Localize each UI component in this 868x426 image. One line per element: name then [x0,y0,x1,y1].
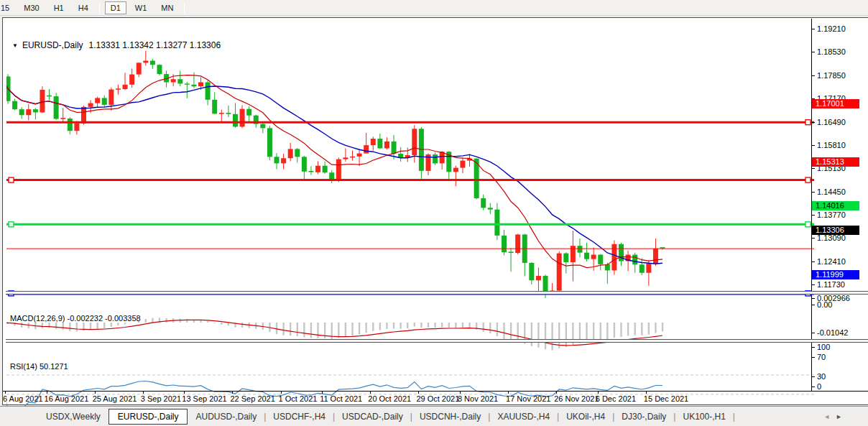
candle [198,83,203,87]
candle [54,96,59,119]
tab-eurusd-daily[interactable]: EURUSD-,Daily [108,409,188,425]
tab-usdx-weekly[interactable]: USDX,Weekly [40,409,107,424]
timeframe-button-w1[interactable]: W1 [129,1,153,14]
timeframe-button-d1[interactable]: D1 [105,1,126,14]
rsi-axis-tick: 0 [817,382,821,391]
rsi-axis-tickmark [811,386,815,387]
timeframe-button-mn[interactable]: MN [155,1,179,14]
price-axis-tickmark [811,261,815,262]
candle [143,61,148,63]
price-line-label-1.14016[interactable]: 1.14016 [812,201,859,210]
price-axis-tick: 1.13090 [817,233,846,242]
candle [246,109,251,116]
date-axis-label: 6 Dec 2021 [596,394,636,403]
date-axis-tickmark [508,392,509,394]
toolbar-separator [99,2,100,14]
price-axis-tickmark [811,168,815,169]
date-axis-label: 16 Aug 2021 [45,394,89,403]
macd-axis-tickmark [811,305,815,305]
pane-separator[interactable] [6,291,868,295]
pane-separator[interactable] [6,339,868,343]
date-axis-tickmark [370,392,371,394]
price-axis-tick: 1.13770 [817,210,846,219]
price-line-label-1.17001[interactable]: 1.17001 [812,99,859,108]
chart-title: ▼EURUSD-,Daily1.13331 1.13342 1.13277 1.… [12,40,221,50]
tab-usdcad-daily[interactable]: USDCAD-,Daily [336,409,410,424]
price-axis-tickmark [811,75,815,76]
candle [274,157,280,163]
timeframe-button-h1[interactable]: H1 [48,1,70,14]
candle [577,246,582,253]
candle [453,168,458,172]
candle [494,210,499,236]
tab-usdcnh-daily[interactable]: USDCNH-,Daily [413,409,487,424]
candle [233,114,238,127]
price-line-label-1.11999[interactable]: 1.11999 [812,270,859,279]
candle [19,109,24,115]
candle [364,145,369,153]
candle [12,101,17,109]
date-axis-tickmark [95,392,96,394]
date-axis-label: 3 Sep 2021 [141,394,181,403]
candle [611,244,617,271]
date-axis-tickmark [5,392,6,394]
tab-scroll-right-icon[interactable]: ► [836,413,848,420]
date-axis-label: 17 Nov 2021 [506,394,550,403]
date-axis-tickmark [143,392,144,394]
candle [563,254,568,262]
date-axis-tickmark [47,392,47,394]
candle [433,154,438,163]
candle [68,119,73,131]
timeframe-toolbar: 15M30H1H4D1W1MN [0,0,868,16]
timeframe-button-h4[interactable]: H4 [73,1,94,14]
tab-separator: | [732,412,736,422]
price-line-label-1.15313[interactable]: 1.15313 [812,157,859,167]
candle [74,124,79,131]
date-axis-label: 8 Nov 2021 [458,394,498,403]
tab-xauusd-h4[interactable]: XAUUSD-,H4 [491,409,556,424]
tab-dj30-daily[interactable]: DJ30-,Daily [615,409,673,424]
date-axis-label: 20 Oct 2021 [368,394,411,403]
candle [33,109,38,112]
candle [377,139,382,148]
date-axis-tickmark [281,392,282,394]
price-axis-tick: 1.11730 [817,280,845,289]
candle [357,154,362,157]
candle [350,157,355,157]
candle [384,142,389,149]
candle [481,198,486,208]
date-axis-label: 15 Dec 2021 [644,394,688,403]
tab-audusd-daily[interactable]: AUDUSD-,Daily [189,409,263,424]
price-axis-tick: 1.14450 [817,187,846,196]
date-axis-label: 25 Aug 2021 [93,394,137,403]
candle [240,109,245,127]
tab-uk100-h1[interactable]: UK100-,H1 [676,409,731,424]
price-axis-tickmark [811,192,815,193]
candle [185,83,190,84]
candle [591,255,596,259]
candle [392,142,397,154]
price-axis-tickmark [811,29,815,29]
candle [460,161,465,168]
rsi-axis-tick: 30 [817,372,826,381]
rsi-axis-tickmark [811,347,815,348]
candle [488,208,493,209]
rsi-axis-tick: 100 [817,343,830,351]
candle [267,128,272,157]
candle [171,79,176,82]
tab-ukoil-h4[interactable]: UKOil-,H4 [560,409,611,424]
price-axis-tick: 1.18530 [817,47,846,56]
main-price-pane[interactable] [6,37,814,308]
timeframe-button-m30[interactable]: M30 [18,1,45,14]
candle [653,249,658,264]
symbol-dropdown-icon[interactable]: ▼ [12,42,18,49]
tab-usdchf-h4[interactable]: USDCHF-,H4 [267,409,332,424]
chart-ohlc-values: 1.13331 1.13342 1.13277 1.13306 [89,40,221,50]
candle [640,264,645,272]
tab-scroll-left-icon[interactable]: ◄ [823,413,836,420]
timeframe-button-15[interactable]: 15 [0,1,15,14]
date-axis-label: 22 Sep 2021 [230,394,274,403]
macd-axis-tick: -0.01042 [817,328,848,337]
candle [371,139,376,145]
rsi-axis-tick: 70 [817,353,826,361]
